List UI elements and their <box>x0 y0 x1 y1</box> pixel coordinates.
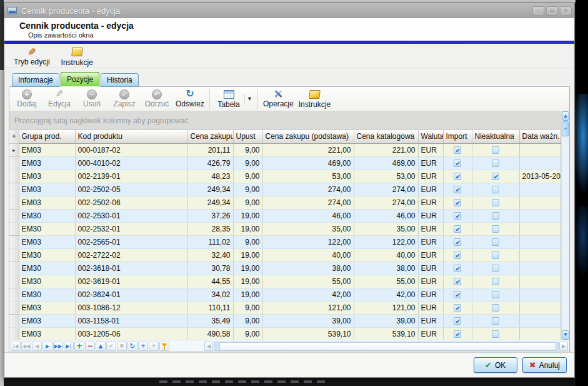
table-row[interactable]: EM03002-2139-0148,239,0053,0053,00EUR201… <box>9 170 561 183</box>
cell-valid-date <box>519 288 561 301</box>
inactive-checkbox[interactable] <box>492 317 499 325</box>
inactive-checkbox[interactable] <box>492 186 499 193</box>
nav-insert-button[interactable]: + <box>74 342 84 351</box>
import-checkbox[interactable] <box>454 330 461 338</box>
horizontal-scrollbar[interactable] <box>214 342 559 351</box>
table-row[interactable]: EM30002-3619-0144,5519,0055,0055,00EUR <box>9 275 561 288</box>
import-checkbox[interactable] <box>454 278 461 285</box>
column-header-cena-zakupu[interactable]: Cena zakupu <box>187 130 233 143</box>
table-row[interactable]: EM30002-3624-0134,0219,0042,0042,00EUR <box>9 288 561 301</box>
cell-code: 002-2139-01 <box>75 170 187 183</box>
nav-edit-button[interactable]: ▲ <box>96 342 106 351</box>
nav-filter-button[interactable] <box>159 342 169 351</box>
import-checkbox[interactable] <box>454 291 461 298</box>
inactive-checkbox[interactable] <box>492 160 499 167</box>
import-checkbox[interactable] <box>454 251 461 259</box>
column-header-upust[interactable]: Upust <box>233 130 262 143</box>
table-row[interactable]: EM03003-1158-0135,499,0039,0039,00EUR <box>9 314 561 327</box>
nav-first-button: |◀ <box>11 342 21 351</box>
inactive-checkbox[interactable] <box>492 238 499 246</box>
inactive-checkbox[interactable] <box>492 173 499 180</box>
odrzuć-label: Odrzuć <box>145 99 169 108</box>
horizontal-scroll-thumb[interactable] <box>219 342 556 350</box>
close-button[interactable]: ✕ <box>560 6 572 16</box>
import-checkbox[interactable] <box>454 304 461 312</box>
table-row[interactable]: EM30002-2722-0232,4019,0040,0040,00EUR <box>9 248 561 262</box>
column-header-waluta[interactable]: Waluta <box>418 130 443 143</box>
tab-informacje[interactable]: Informacje <box>12 73 59 87</box>
import-checkbox[interactable] <box>454 160 461 167</box>
import-checkbox[interactable] <box>454 317 461 325</box>
nav-save-bookmark-button[interactable]: ✳ <box>138 342 148 351</box>
import-checkbox[interactable] <box>454 146 461 154</box>
column-header-cena-zakupu-podstawa-[interactable]: Cena zakupu (podstawa) <box>262 130 354 143</box>
table-row[interactable]: EM03003-1205-06490,589,00539,10539,10EUR <box>9 327 561 340</box>
column-header-kod-produktu[interactable]: Kod produktu <box>75 130 187 143</box>
table-row[interactable]: EM03002-2502-06249,349,00274,00274,00EUR <box>9 196 561 209</box>
inactive-checkbox[interactable] <box>492 212 499 220</box>
vertical-scrollbar[interactable]: ▲ ≡ ▼ <box>561 111 569 340</box>
inactive-checkbox[interactable] <box>492 199 499 206</box>
table-row[interactable]: EM03000-4010-02426,799,00469,00469,00EUR <box>9 156 561 170</box>
import-checkbox[interactable] <box>454 186 461 193</box>
inactive-checkbox[interactable] <box>492 291 499 298</box>
inactive-checkbox[interactable] <box>492 278 499 285</box>
column-header-nieaktualna[interactable]: Nieaktualna <box>472 130 519 143</box>
nav-refresh-button[interactable]: ↻ <box>127 342 137 351</box>
hscroll-right-icon[interactable]: ▶ <box>559 342 568 351</box>
table-row[interactable]: ▸EM03000-0187-02201,119,00221,00221,00EU… <box>9 143 561 156</box>
group-by-panel[interactable]: Przeciągnij tutaj nagłówek kolumny aby p… <box>9 111 561 130</box>
cell-inactive <box>472 143 519 156</box>
import-checkbox[interactable] <box>454 173 461 180</box>
column-header-import[interactable]: Import <box>443 130 472 143</box>
nav-prev-page-button: ◀◀ <box>21 342 31 351</box>
inactive-checkbox[interactable] <box>492 330 499 338</box>
instructions-button[interactable]: Instrukcje <box>57 45 97 68</box>
column-header-grupa-prod-[interactable]: Grupa prod. <box>19 130 75 143</box>
vertical-scroll-thumb[interactable]: ≡ <box>562 121 569 136</box>
titlebar[interactable]: Cennik producenta - edycja –✕ <box>4 3 574 18</box>
inactive-checkbox[interactable] <box>492 225 499 233</box>
table-row[interactable]: EM03002-2565-01111,029,00122,00122,00EUR <box>9 235 561 248</box>
nav-delete-button[interactable]: − <box>85 342 95 351</box>
import-checkbox[interactable] <box>454 199 461 206</box>
table-row[interactable]: EM03003-1086-12110,119,00121,00121,00EUR <box>9 301 561 314</box>
cell-base-price: 40,00 <box>262 248 354 262</box>
cell-inactive <box>472 262 519 275</box>
note-icon <box>71 47 82 58</box>
tab-historia[interactable]: Historia <box>101 73 139 87</box>
maximize-button[interactable] <box>546 6 558 16</box>
cancel-button[interactable]: ✖ Anuluj <box>522 357 567 373</box>
hscroll-left-icon[interactable]: ◀ <box>204 342 213 351</box>
import-checkbox[interactable] <box>454 225 461 233</box>
column-header-cena-katalogowa[interactable]: Cena katalogowa <box>354 130 418 143</box>
import-checkbox[interactable] <box>454 212 461 220</box>
nav-last-button[interactable]: ▶| <box>64 342 74 351</box>
table-row[interactable]: EM30002-3618-0130,7819,0038,0038,00EUR <box>9 262 561 275</box>
instrukcje-button[interactable]: Instrukcje <box>296 88 333 110</box>
column-header-data-ważn-[interactable]: Data ważn. <box>519 130 561 143</box>
table-row[interactable]: EM30002-2532-0128,3519,0035,0035,00EUR <box>9 222 561 235</box>
ok-button[interactable]: ✔ OK <box>474 357 517 373</box>
inactive-checkbox[interactable] <box>492 146 499 154</box>
minimize-button[interactable]: – <box>532 6 544 16</box>
nav-next-button[interactable]: ▶ <box>42 342 52 351</box>
inactive-checkbox[interactable] <box>492 265 499 272</box>
table-row[interactable]: EM30002-2530-0137,2619,0046,0046,00EUR <box>9 209 561 222</box>
scroll-down-icon[interactable]: ▼ <box>562 330 569 340</box>
inactive-checkbox[interactable] <box>492 304 499 312</box>
tabela-button[interactable]: Tabela▼ <box>212 88 245 110</box>
import-checkbox[interactable] <box>454 265 461 272</box>
table-row[interactable]: EM03002-2502-05249,349,00274,00274,00EUR <box>9 183 561 196</box>
cell-currency: EUR <box>418 235 443 248</box>
tab-pozycje[interactable]: Pozycje <box>61 72 99 87</box>
nav-next-page-button[interactable]: ▶▶ <box>53 342 63 351</box>
import-checkbox[interactable] <box>454 238 461 246</box>
inactive-checkbox[interactable] <box>492 251 499 259</box>
odśwież-button[interactable]: Odśwież <box>173 88 207 109</box>
scroll-up-icon[interactable]: ▲ <box>562 111 569 121</box>
cell-code: 003-1158-01 <box>75 314 187 327</box>
operacje-button[interactable]: Operacje <box>261 88 296 109</box>
edit-mode-button[interactable]: Tryb edycji <box>9 46 54 67</box>
dropdown-arrow-icon[interactable]: ▼ <box>244 94 254 104</box>
